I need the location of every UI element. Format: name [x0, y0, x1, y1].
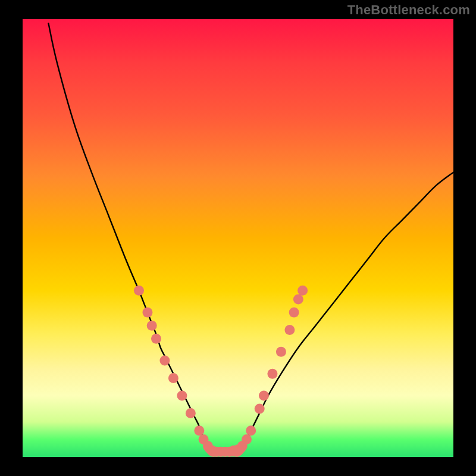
data-marker	[246, 425, 256, 436]
data-marker	[194, 425, 204, 436]
data-marker	[289, 308, 299, 318]
data-marker	[186, 408, 196, 418]
data-marker	[284, 325, 295, 335]
chart-plot-area	[23, 19, 453, 457]
chart-markers-group	[134, 286, 308, 457]
data-marker	[276, 347, 286, 357]
chart-frame: TheBottleneck.com	[0, 0, 476, 476]
data-marker	[259, 390, 269, 400]
data-marker	[293, 295, 303, 305]
series-left-curve	[48, 23, 208, 448]
data-marker	[151, 334, 161, 344]
data-marker	[142, 308, 152, 318]
watermark-text: TheBottleneck.com	[347, 2, 470, 18]
chart-curves-group	[48, 23, 453, 453]
data-marker	[242, 434, 252, 444]
data-marker	[134, 286, 144, 296]
data-marker	[168, 373, 178, 383]
series-right-curve	[242, 173, 453, 449]
data-marker	[159, 356, 170, 366]
data-marker	[298, 286, 308, 296]
data-marker	[177, 390, 187, 400]
data-marker	[267, 369, 277, 379]
chart-svg	[23, 19, 453, 457]
data-marker	[147, 321, 157, 331]
data-marker	[255, 404, 265, 414]
